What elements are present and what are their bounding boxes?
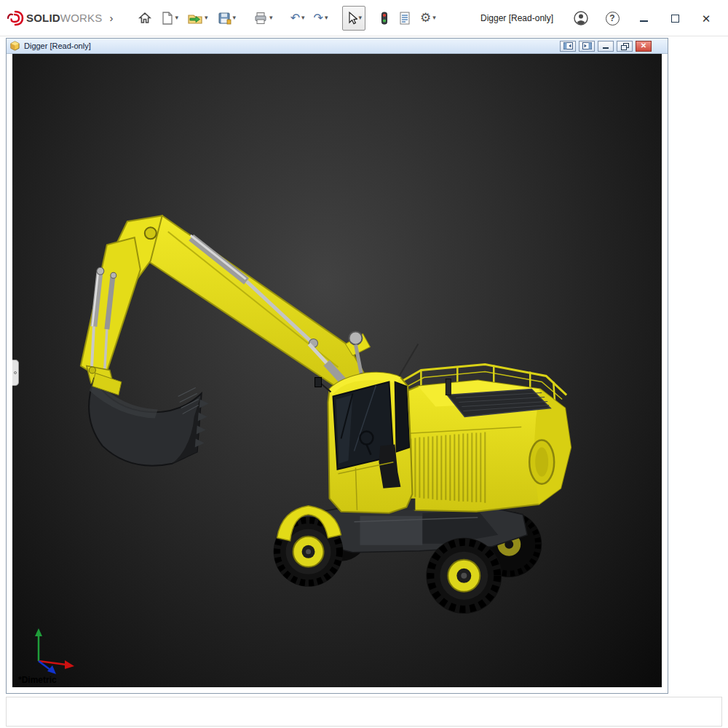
undo-button[interactable]: ↶ ▾ xyxy=(287,6,309,31)
rebuild-traffic-light-icon xyxy=(379,11,389,25)
digger-3d-model[interactable] xyxy=(12,54,662,687)
minimize-icon xyxy=(603,44,609,49)
dropdown-caret-icon: ▾ xyxy=(432,15,436,21)
pane-toggle-right-button[interactable] xyxy=(579,41,595,52)
dropdown-caret-icon: ▾ xyxy=(233,15,237,21)
undo-icon: ↶ xyxy=(290,12,300,24)
document-window: Digger [Read-only] xyxy=(6,38,668,694)
redo-button[interactable]: ↷ ▾ xyxy=(310,6,332,31)
boom-assembly[interactable] xyxy=(81,215,371,395)
featuremanager-collapsed-tab[interactable] xyxy=(12,360,19,386)
restore-icon xyxy=(621,43,628,50)
maximize-icon xyxy=(671,15,679,23)
dropdown-caret-icon: ▾ xyxy=(359,15,363,21)
dropdown-caret-icon: ▾ xyxy=(325,15,328,21)
bucket[interactable] xyxy=(89,373,209,466)
triad-y-axis-icon xyxy=(35,628,42,636)
pane-toggle-left-button[interactable] xyxy=(560,41,576,52)
file-properties-icon xyxy=(398,11,411,25)
status-bar-area xyxy=(6,697,722,727)
redo-icon: ↷ xyxy=(314,12,323,24)
main-titlebar[interactable]: SOLIDWORKS › ▾ ▾ xyxy=(0,0,728,36)
select-tool-button[interactable]: ▾ xyxy=(342,6,366,31)
document-restore-button[interactable] xyxy=(617,41,633,52)
document-title: Digger [Read-only] xyxy=(24,41,91,50)
part-document-icon xyxy=(9,41,20,51)
rebuild-button[interactable] xyxy=(376,6,393,31)
solidworks-window: SOLIDWORKS › ▾ ▾ xyxy=(0,0,728,728)
dropdown-caret-icon: ▾ xyxy=(301,15,305,21)
open-button[interactable]: ▾ xyxy=(183,6,212,31)
pane-toggle-left-icon xyxy=(563,42,573,50)
window-title: Digger [Read-only] xyxy=(480,0,553,36)
open-folder-icon xyxy=(187,11,203,25)
options-button[interactable]: ⚙ ▾ xyxy=(416,6,440,31)
brand: SOLIDWORKS › xyxy=(0,9,114,27)
close-icon: ✕ xyxy=(641,42,646,50)
quick-access-toolbar: ▾ ▾ ▾ xyxy=(134,6,441,31)
3ds-logo-icon xyxy=(6,9,25,27)
dropdown-caret-icon: ▾ xyxy=(269,15,273,21)
save-button[interactable]: ▾ xyxy=(213,6,240,31)
triad-z-axis-icon xyxy=(47,665,56,674)
brand-name: SOLIDWORKS xyxy=(26,12,103,24)
triad-x-axis-icon xyxy=(65,660,74,669)
graphics-viewport[interactable]: *Dimetric xyxy=(12,54,662,687)
collapsed-tab-dot-icon xyxy=(14,371,17,374)
save-icon xyxy=(217,11,232,25)
file-properties-button[interactable] xyxy=(395,6,415,31)
print-icon xyxy=(253,11,268,25)
home-button[interactable] xyxy=(134,6,156,31)
account-icon xyxy=(573,10,589,26)
document-minimize-button[interactable] xyxy=(598,41,614,52)
print-button[interactable]: ▾ xyxy=(250,6,277,31)
document-close-button[interactable]: ✕ xyxy=(636,41,652,52)
options-gear-icon: ⚙ xyxy=(420,12,431,24)
select-cursor-icon xyxy=(346,11,357,25)
home-icon xyxy=(138,11,152,25)
dropdown-caret-icon: ▾ xyxy=(205,15,208,21)
close-icon: ✕ xyxy=(702,13,711,24)
orientation-triad[interactable] xyxy=(23,623,84,676)
pane-toggle-right-icon xyxy=(582,42,592,50)
account-button[interactable] xyxy=(572,9,590,28)
close-button[interactable]: ✕ xyxy=(697,9,715,28)
new-document-button[interactable]: ▾ xyxy=(157,6,183,31)
dropdown-caret-icon: ▾ xyxy=(175,15,179,21)
minimize-icon xyxy=(640,15,648,22)
menu-expand-arrow-icon[interactable]: › xyxy=(110,12,114,24)
help-button[interactable]: ? xyxy=(604,9,621,28)
window-controls: ? ✕ xyxy=(572,0,728,36)
help-icon: ? xyxy=(606,12,620,25)
minimize-button[interactable] xyxy=(635,9,652,28)
document-window-controls: ✕ xyxy=(560,41,665,52)
maximize-button[interactable] xyxy=(666,9,684,28)
view-orientation-label: *Dimetric xyxy=(18,675,57,685)
document-titlebar[interactable]: Digger [Read-only] xyxy=(7,39,668,54)
new-document-icon xyxy=(161,11,174,25)
